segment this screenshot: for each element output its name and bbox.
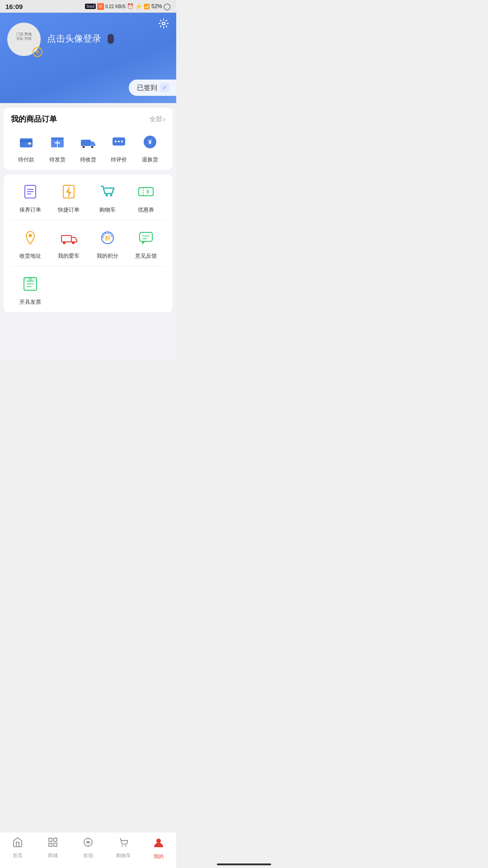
order-all-button[interactable]: 全部 › (150, 115, 165, 123)
cart-teal-icon (97, 181, 118, 203)
nav-cart[interactable]: 购物车 (106, 837, 141, 859)
coupon-green-icon: ¥ (135, 181, 157, 203)
service-coupon[interactable]: ¥ 优惠券 (127, 181, 166, 214)
service-label-my-car: 我的爱车 (58, 252, 80, 260)
profile-name: 点击头像登录 (47, 33, 114, 45)
svg-point-18 (121, 141, 123, 142)
svg-rect-50 (54, 843, 57, 846)
svg-text:¥: ¥ (148, 138, 152, 146)
service-invoice[interactable]: 票 开具发票 (11, 273, 50, 306)
checkin-check-icon: ✓ (160, 83, 169, 92)
service-label-cart: 购物车 (99, 206, 116, 214)
service-label-feedback: 意见反馈 (135, 252, 157, 260)
svg-text:门店 商城: 门店 商城 (16, 32, 32, 36)
battery-text: 52% (151, 3, 162, 9)
svg-text:车队 学院: 车队 学院 (16, 37, 32, 41)
order-item-pending-receipt[interactable]: 待收货 (78, 132, 99, 164)
order-label-pending-receipt: 待收货 (80, 156, 96, 164)
truck-icon (78, 132, 99, 152)
box-icon (47, 132, 68, 152)
profile-row[interactable]: 门店 商城 车队 学院 积 点击头像登录 (7, 23, 169, 56)
signal-icon: 📶 (144, 4, 150, 9)
status-bar: 16:09 Soul 话 0.22 KB/S ⏰ ⚡ 📶 52% ◯ (0, 0, 176, 13)
alarm-icon: ⏰ (127, 3, 134, 9)
order-label-pending-review: 待评价 (111, 156, 127, 164)
svg-text:票: 票 (28, 278, 32, 282)
bluetooth-icon: ⚡ (135, 3, 142, 10)
chat-icon (108, 132, 129, 152)
svg-point-14 (91, 146, 94, 148)
discover-icon (83, 837, 94, 850)
service-label-coupon: 优惠券 (138, 206, 154, 214)
nav-discover[interactable]: 发现 (70, 837, 106, 859)
svg-point-13 (82, 146, 85, 148)
order-header: 我的商品订单 全部 › (11, 114, 165, 124)
svg-rect-7 (28, 142, 31, 145)
order-item-return[interactable]: ¥ 退换货 (140, 132, 160, 164)
service-maintenance-order[interactable]: 保养订单 (11, 181, 50, 214)
chevron-right-icon: › (163, 115, 165, 123)
section-divider-1 (11, 220, 165, 221)
service-quick-order[interactable]: 快捷订单 (50, 181, 89, 214)
svg-rect-38 (140, 232, 152, 241)
svg-point-32 (28, 234, 32, 237)
svg-point-58 (125, 845, 127, 847)
points-badge: 积 (33, 47, 42, 57)
order-item-pending-shipment[interactable]: 待发货 (47, 132, 68, 164)
svg-rect-48 (54, 838, 57, 841)
service-my-points[interactable]: 积 我的积分 (88, 227, 127, 260)
order-item-pending-review[interactable]: 待评价 (108, 132, 129, 164)
svg-rect-47 (49, 838, 52, 841)
clipboard-purple-icon (19, 181, 41, 203)
nav-home[interactable]: 首页 (0, 837, 35, 859)
svg-rect-49 (49, 843, 52, 846)
checkin-label: 已签到 (137, 84, 157, 92)
order-item-pending-payment[interactable]: 待付款 (16, 132, 37, 164)
feedback-green-icon (135, 227, 157, 249)
svg-point-35 (72, 241, 75, 244)
profile-info: 点击头像登录 (47, 33, 114, 47)
order-card: 我的商品订单 全部 › 待付款 (4, 108, 173, 170)
settings-button[interactable] (158, 18, 169, 32)
lightning-orange-icon (58, 181, 80, 203)
svg-point-34 (63, 241, 66, 244)
shop-icon (47, 837, 58, 850)
nav-shop[interactable]: 商城 (35, 837, 70, 859)
battery-icon: ◯ (164, 3, 171, 10)
svg-point-27 (105, 194, 108, 197)
service-label-maintenance: 保养订单 (19, 206, 41, 214)
profile-nav-icon (153, 837, 164, 851)
svg-rect-12 (81, 140, 91, 146)
checkin-button[interactable]: 已签到 ✓ (129, 80, 176, 96)
order-label-pending-shipment: 待发货 (49, 156, 66, 164)
truck-red-icon (58, 227, 80, 249)
header-section: 门店 商城 车队 学院 积 点击头像登录 已签到 ✓ (0, 13, 176, 103)
app-soul-icon: Soul (85, 4, 96, 9)
service-label-address: 收货地址 (19, 252, 41, 260)
service-label-quick-order: 快捷订单 (58, 206, 80, 214)
services-row2: 收货地址 我的爱车 积 (11, 227, 165, 260)
svg-rect-33 (61, 236, 71, 242)
home-icon (12, 837, 23, 850)
services-row1: 保养订单 快捷订单 购 (11, 181, 165, 214)
order-title: 我的商品订单 (11, 114, 57, 124)
section-divider-2 (11, 266, 165, 267)
svg-point-17 (118, 141, 120, 142)
service-cart[interactable]: 购物车 (88, 181, 127, 214)
app-chat-icon: 话 (97, 3, 104, 10)
svg-point-59 (156, 839, 161, 843)
profile-pill (108, 34, 114, 44)
service-my-car[interactable]: 我的爱车 (50, 227, 89, 260)
services-card: 保养订单 快捷订单 购 (4, 175, 173, 312)
avatar-wrapper[interactable]: 门店 商城 车队 学院 积 (7, 23, 41, 56)
svg-text:¥: ¥ (146, 189, 150, 194)
nav-discover-label: 发现 (83, 852, 93, 859)
network-speed: 0.22 KB/S (105, 4, 126, 9)
svg-point-54 (87, 841, 89, 843)
svg-rect-11 (55, 142, 60, 144)
nav-cart-label: 购物车 (116, 852, 131, 859)
service-address[interactable]: 收货地址 (11, 227, 50, 260)
nav-profile-label: 我的 (154, 853, 164, 860)
nav-profile[interactable]: 我的 (141, 837, 176, 860)
service-feedback[interactable]: 意见反馈 (127, 227, 166, 260)
